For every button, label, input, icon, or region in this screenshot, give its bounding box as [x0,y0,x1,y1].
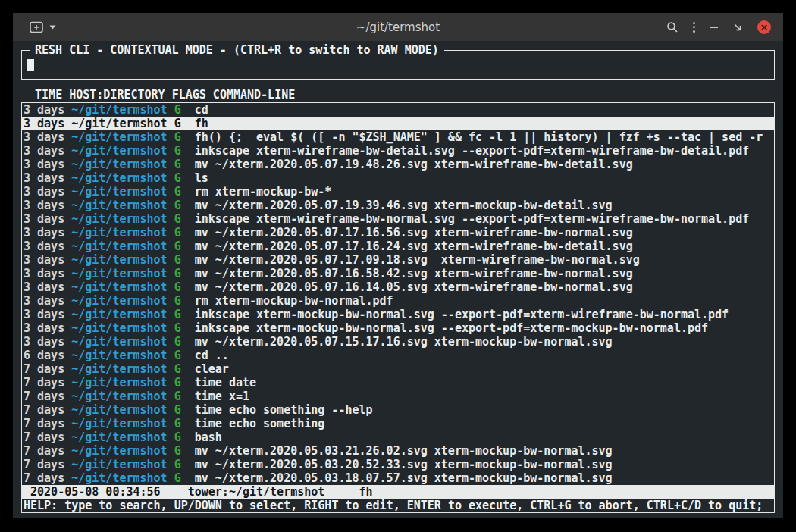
history-row[interactable]: 7 days~/git/termshotGmv ~/xterm.2020.05.… [22,444,774,458]
new-tab-button[interactable] [30,21,44,33]
command-cell: time echo something --help [195,403,373,417]
history-row[interactable]: 7 days~/git/termshotGtime date [22,376,774,390]
time-cell: 3 days [24,212,64,226]
flags-cell: G [174,280,181,294]
search-input-box[interactable]: RESH CLI - CONTEXTUAL MODE - (CTRL+R to … [21,50,775,80]
history-list: 3 days~/git/termshotGcd 3 days~/git/term… [22,103,774,485]
search-button[interactable] [666,21,678,33]
history-row[interactable]: 7 days~/git/termshotGtime echo something… [22,403,774,417]
history-row[interactable]: 7 days~/git/termshotGtime echo something [22,417,774,430]
history-row[interactable]: 3 days~/git/termshotGmv ~/xterm.2020.05.… [22,280,774,294]
history-row[interactable]: 3 days~/git/termshotGinkscape xterm-wire… [22,144,774,158]
chevron-down-icon [49,25,56,30]
history-row[interactable]: 3 days~/git/termshotGmv ~/xterm.2020.05.… [22,267,774,280]
history-row[interactable]: 7 days~/git/termshotGtime x=1 [22,390,774,403]
history-row[interactable]: 3 days~/git/termshotGrm xterm-mockup-bw-… [22,185,774,199]
history-row[interactable]: 7 days~/git/termshotGbash [22,430,774,444]
history-row[interactable]: 6 days~/git/termshotGcd .. [22,349,774,362]
directory-cell: ~/git/termshot [71,226,167,239]
flags-cell: G [174,253,181,267]
history-row[interactable]: 3 days~/git/termshotGmv ~/xterm.2020.05.… [22,335,774,349]
directory-cell: ~/git/termshot [71,199,167,212]
flags-cell: G [174,239,181,253]
history-row[interactable]: 3 days~/git/termshotGmv ~/xterm.2020.05.… [22,226,774,239]
history-row[interactable]: 7 days~/git/termshotGclear [22,362,774,376]
history-row[interactable]: 3 days~/git/termshotGrm xterm-mockup-bw-… [22,294,774,308]
command-cell: time date [195,376,256,390]
history-row[interactable]: 3 days~/git/termshotGmv ~/xterm.2020.05.… [22,199,774,212]
directory-cell: ~/git/termshot [71,321,167,335]
time-cell: 3 days [24,103,64,117]
history-row[interactable]: 3 days~/git/termshotGcd [22,103,774,117]
time-cell: 7 days [24,403,64,417]
history-row[interactable]: 3 days~/git/termshotGfh [22,117,774,130]
time-cell: 3 days [24,185,64,199]
directory-cell: ~/git/termshot [71,158,167,171]
time-cell: 3 days [24,308,64,321]
time-cell: 3 days [24,144,64,158]
help-bar: HELP: type to search, UP/DOWN to select,… [22,499,774,512]
titlebar: ~/git/termshot × [13,13,783,41]
time-cell: 7 days [24,417,64,430]
command-cell: rm xterm-mockup-bw-* [195,185,332,199]
command-cell: inkscape xterm-mockup-bw-normal.svg --ex… [195,321,708,335]
flags-cell: G [174,294,181,308]
window-controls: × [666,20,771,34]
close-button[interactable]: × [757,20,771,34]
history-row[interactable]: 3 days~/git/termshotGmv ~/xterm.2020.05.… [22,253,774,267]
history-row[interactable]: 7 days~/git/termshotGmv ~/xterm.2020.05.… [22,471,774,485]
command-cell: mv ~/xterm.2020.05.07.17.16.24.svg xterm… [195,239,633,253]
command-cell: cd [195,103,208,117]
status-selected-command: fh [359,485,372,499]
flags-cell: G [174,430,181,444]
command-cell: mv ~/xterm.2020.05.03.21.26.02.svg xterm… [195,444,613,458]
history-row[interactable]: 3 days~/git/termshotGinkscape xterm-mock… [22,321,774,335]
history-frame: 3 days~/git/termshotGcd 3 days~/git/term… [21,103,775,513]
minimize-icon [710,27,718,28]
flags-cell: G [174,226,181,239]
time-cell: 3 days [24,280,64,294]
flags-cell: G [174,403,181,417]
time-cell: 3 days [24,321,64,335]
time-cell: 7 days [24,390,64,403]
history-row[interactable]: 7 days~/git/termshotGmv ~/xterm.2020.05.… [22,458,774,471]
history-row[interactable]: 3 days~/git/termshotGinkscape xterm-wire… [22,212,774,226]
minimize-button[interactable] [710,27,718,28]
command-cell: mv ~/xterm.2020.05.07.16.14.05.svg xterm… [195,280,633,294]
command-cell: mv ~/xterm.2020.05.07.19.39.46.svg xterm… [195,199,613,212]
flags-cell: G [174,171,181,185]
flags-cell: G [174,335,181,349]
directory-cell: ~/git/termshot [71,403,167,417]
command-cell: mv ~/xterm.2020.05.07.17.09.18.svg xterm… [195,253,640,267]
directory-cell: ~/git/termshot [71,239,167,253]
time-cell: 7 days [24,471,64,485]
history-row[interactable]: 3 days~/git/termshotGfh() {; eval $( ([ … [22,130,774,144]
terminal-screen: RESH CLI - CONTEXTUAL MODE - (CTRL+R to … [13,41,783,518]
command-cell: rm xterm-mockup-bw-normal.pdf [195,294,393,308]
flags-cell: G [174,444,181,458]
status-location: tower:~/git/termshot [188,485,325,499]
history-row[interactable]: 3 days~/git/termshotGls [22,171,774,185]
command-cell: inkscape xterm-wireframe-bw-detail.svg -… [195,144,750,158]
history-row[interactable]: 3 days~/git/termshotGmv ~/xterm.2020.05.… [22,239,774,253]
restore-button[interactable] [732,22,743,33]
flags-cell: G [174,117,181,130]
flags-cell: G [174,199,181,212]
command-cell: clear [195,362,229,376]
command-cell: mv ~/xterm.2020.05.07.15.17.16.svg xterm… [195,335,613,349]
history-row[interactable]: 3 days~/git/termshotGmv ~/xterm.2020.05.… [22,158,774,171]
mode-box-label: RESH CLI - CONTEXTUAL MODE - (CTRL+R to … [30,43,444,57]
tab-dropdown-button[interactable] [49,25,56,30]
flags-cell: G [174,158,181,171]
command-cell: inkscape xterm-mockup-bw-normal.svg --ex… [195,308,729,321]
menu-button[interactable] [693,22,695,33]
time-cell: 3 days [24,335,64,349]
status-datetime: 2020-05-08 00:34:56 [30,485,161,499]
command-cell: bash [195,430,222,444]
text-cursor [27,59,34,71]
history-row[interactable]: 3 days~/git/termshotGinkscape xterm-mock… [22,308,774,321]
directory-cell: ~/git/termshot [71,430,167,444]
directory-cell: ~/git/termshot [71,308,167,321]
time-cell: 6 days [24,349,64,362]
directory-cell: ~/git/termshot [71,185,167,199]
